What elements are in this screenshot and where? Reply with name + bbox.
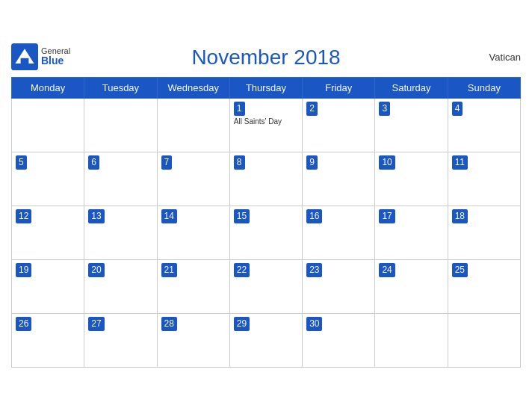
calendar-cell-w5-d7: [448, 314, 520, 368]
day-number: 4: [452, 102, 463, 116]
week-row-5: 2627282930: [12, 314, 521, 368]
day-number: 15: [234, 209, 250, 223]
calendar-cell-w2-d4: 8: [229, 152, 302, 206]
header-monday: Monday: [12, 78, 84, 99]
header-saturday: Saturday: [375, 78, 448, 99]
calendar-cell-w4-d3: 21: [157, 260, 229, 314]
calendar-cell-w1-d2: [84, 99, 157, 152]
day-number: 17: [379, 209, 395, 223]
day-number: 8: [234, 155, 245, 170]
calendar-cell-w1-d4: 1All Saints' Day: [229, 99, 302, 152]
calendar-cell-w4-d7: 25: [448, 260, 520, 314]
day-number: 25: [452, 263, 468, 277]
day-number: 26: [16, 317, 31, 331]
day-number: 30: [306, 317, 322, 331]
calendar-cell-w5-d1: 26: [12, 314, 84, 368]
week-row-1: 1All Saints' Day234: [12, 99, 521, 152]
calendar-header: General Blue November 2018 Vatican: [11, 40, 521, 74]
calendar-cell-w4-d6: 24: [375, 260, 448, 314]
logo-blue-text: Blue: [41, 55, 70, 67]
day-number: 14: [161, 209, 177, 223]
week-row-2: 567891011: [12, 152, 521, 206]
day-number: 24: [379, 263, 395, 277]
calendar-cell-w1-d3: [157, 99, 229, 152]
week-row-3: 12131415161718: [12, 206, 521, 260]
calendar-cell-w3-d7: 18: [448, 206, 520, 260]
calendar-table: Monday Tuesday Wednesday Thursday Friday…: [11, 77, 521, 368]
day-number: 1: [234, 102, 245, 116]
country-label: Vatican: [489, 52, 521, 63]
header-thursday: Thursday: [229, 78, 302, 99]
day-number: 28: [161, 317, 177, 331]
day-number: 9: [306, 155, 318, 170]
calendar-cell-w2-d2: 6: [84, 152, 157, 206]
week-row-4: 19202122232425: [12, 260, 521, 314]
day-number: 22: [234, 263, 250, 277]
logo: General Blue: [11, 43, 70, 70]
day-number: 21: [161, 263, 177, 277]
header-tuesday: Tuesday: [84, 78, 157, 99]
calendar-cell-w3-d4: 15: [229, 206, 302, 260]
calendar-cell-w5-d3: 28: [157, 314, 229, 368]
day-number: 5: [16, 155, 27, 170]
logo-icon: [11, 43, 38, 70]
header-friday: Friday: [303, 78, 375, 99]
day-number: 19: [16, 263, 31, 277]
svg-rect-2: [21, 58, 29, 64]
calendar-cell-w2-d3: 7: [157, 152, 229, 206]
calendar-body: 1All Saints' Day234567891011121314151617…: [12, 99, 521, 368]
day-number: 29: [234, 317, 250, 331]
calendar-cell-w5-d5: 30: [303, 314, 375, 368]
calendar-cell-w3-d1: 12: [12, 206, 84, 260]
calendar-cell-w2-d1: 5: [12, 152, 84, 206]
calendar-cell-w2-d5: 9: [303, 152, 375, 206]
calendar-cell-w1-d1: [12, 99, 84, 152]
calendar-cell-w4-d4: 22: [229, 260, 302, 314]
calendar-cell-w4-d2: 20: [84, 260, 157, 314]
day-number: 20: [88, 263, 104, 277]
calendar-cell-w5-d2: 27: [84, 314, 157, 368]
calendar-cell-w4-d1: 19: [12, 260, 84, 314]
day-number: 7: [161, 155, 173, 170]
calendar-container: General Blue November 2018 Vatican Monda…: [0, 32, 532, 379]
day-number: 18: [452, 209, 468, 223]
calendar-cell-w3-d2: 13: [84, 206, 157, 260]
header-wednesday: Wednesday: [157, 78, 229, 99]
logo-text: General Blue: [41, 46, 70, 67]
calendar-cell-w2-d6: 10: [375, 152, 448, 206]
day-number: 23: [306, 263, 322, 277]
day-number: 2: [306, 102, 318, 116]
calendar-cell-w5-d6: [375, 314, 448, 368]
calendar-cell-w1-d5: 2: [303, 99, 375, 152]
calendar-title: November 2018: [191, 46, 340, 69]
day-number: 13: [88, 209, 104, 223]
day-number: 12: [16, 209, 31, 223]
header-sunday: Sunday: [448, 78, 520, 99]
holiday-name: All Saints' Day: [234, 117, 298, 126]
day-number: 16: [306, 209, 322, 223]
calendar-cell-w5-d4: 29: [229, 314, 302, 368]
calendar-cell-w1-d7: 4: [448, 99, 520, 152]
day-number: 10: [379, 155, 395, 170]
day-number: 11: [452, 155, 468, 170]
calendar-cell-w1-d6: 3: [375, 99, 448, 152]
day-number: 3: [379, 102, 390, 116]
calendar-cell-w3-d5: 16: [303, 206, 375, 260]
calendar-cell-w2-d7: 11: [448, 152, 520, 206]
calendar-cell-w3-d3: 14: [157, 206, 229, 260]
weekday-header-row: Monday Tuesday Wednesday Thursday Friday…: [12, 78, 521, 99]
calendar-cell-w3-d6: 17: [375, 206, 448, 260]
day-number: 6: [88, 155, 99, 170]
day-number: 27: [88, 317, 104, 331]
calendar-cell-w4-d5: 23: [303, 260, 375, 314]
